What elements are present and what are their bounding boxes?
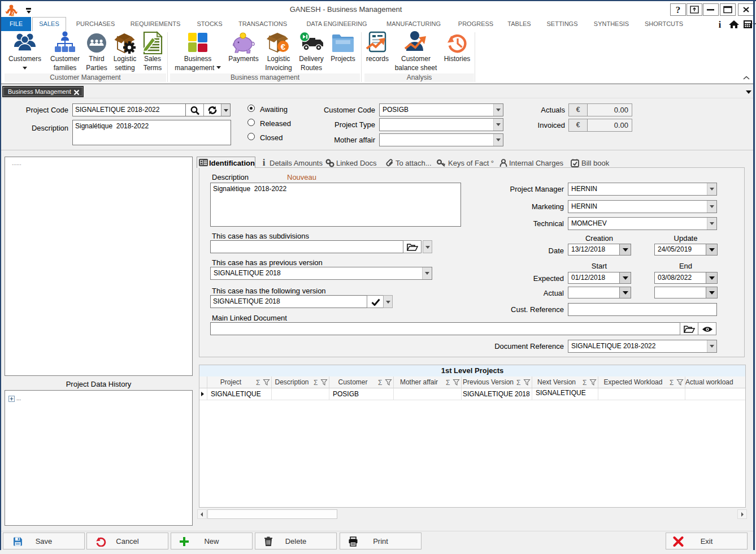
svg-text:Σ: Σ	[256, 379, 260, 386]
svg-text:Σ: Σ	[670, 379, 674, 386]
svg-text:Σ: Σ	[583, 379, 586, 386]
svg-text:i: i	[719, 20, 722, 29]
svg-text:Σ: Σ	[446, 379, 450, 386]
svg-text:Σ: Σ	[516, 379, 520, 386]
svg-text:Σ: Σ	[378, 379, 382, 386]
svg-text:i: i	[263, 158, 266, 167]
svg-text:€: €	[281, 42, 286, 51]
svg-text:Σ: Σ	[314, 379, 318, 386]
svg-text:?: ?	[676, 5, 681, 15]
